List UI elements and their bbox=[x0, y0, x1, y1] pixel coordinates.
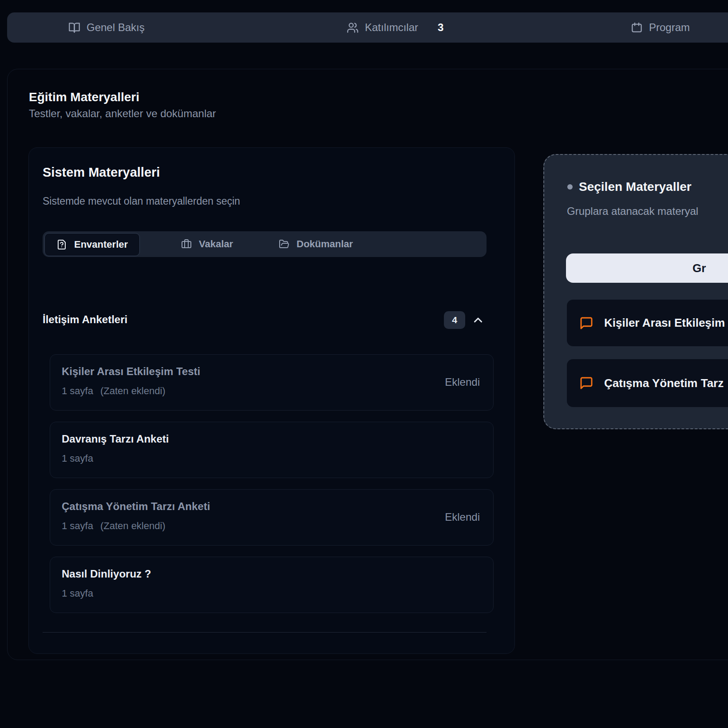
tab-label: Program bbox=[649, 21, 690, 34]
message-square-icon bbox=[579, 316, 593, 330]
material-pages: 1 sayfa bbox=[62, 385, 93, 397]
file-question-icon bbox=[56, 239, 67, 250]
selected-material-card[interactable]: Kişiler Arası Etkileşim bbox=[567, 300, 728, 346]
material-item[interactable]: Çatışma Yönetim Tarzı Anketi 1 sayfa (Za… bbox=[50, 489, 494, 546]
bullet-dot-icon bbox=[567, 184, 573, 190]
tab-label: Katılımcılar bbox=[365, 21, 418, 34]
calendar-icon bbox=[631, 22, 643, 34]
material-type-tabstrip: Envanterler Vakalar Dokümanlar bbox=[43, 231, 487, 257]
material-note: (Zaten eklendi) bbox=[100, 520, 166, 532]
system-materials-subtitle: Sistemde mevcut olan materyallerden seçi… bbox=[43, 195, 240, 207]
material-item[interactable]: Davranış Tarzı Anketi 1 sayfa bbox=[50, 422, 494, 478]
count-value: 4 bbox=[452, 315, 457, 325]
top-nav-bar: Genel Bakış Katılımcılar 3 Program bbox=[7, 12, 728, 43]
selected-materials-subtitle: Gruplara atanacak materyal bbox=[567, 205, 698, 218]
selected-materials-title: Seçilen Materyaller bbox=[579, 180, 692, 194]
material-title: Çatışma Yönetim Tarzı Anketi bbox=[62, 500, 480, 513]
tab-label: Vakalar bbox=[199, 238, 233, 250]
tab-label: Dokümanlar bbox=[297, 238, 353, 250]
tab-dokumanlar[interactable]: Dokümanlar bbox=[267, 233, 364, 255]
tab-envanterler[interactable]: Envanterler bbox=[44, 233, 140, 256]
tab-label: Genel Bakış bbox=[87, 21, 145, 34]
selected-material-title: Çatışma Yönetim Tarz bbox=[604, 376, 724, 390]
tab-genel-bakis[interactable]: Genel Bakış bbox=[68, 12, 145, 43]
tab-katilimcilar[interactable]: Katılımcılar 3 bbox=[347, 12, 443, 43]
chevron-up-icon bbox=[471, 313, 485, 327]
status-badge: Eklendi bbox=[445, 376, 480, 388]
selected-material-card[interactable]: Çatışma Yönetim Tarz bbox=[567, 359, 728, 407]
material-title: Davranış Tarzı Anketi bbox=[62, 433, 480, 445]
section-title: İletişim Anketleri bbox=[43, 313, 127, 326]
material-item[interactable]: Nasıl Dinliyoruz ? 1 sayfa bbox=[50, 557, 494, 613]
selected-material-title: Kişiler Arası Etkileşim bbox=[604, 316, 725, 330]
app-canvas: Genel Bakış Katılımcılar 3 Program Eğiti… bbox=[0, 0, 728, 728]
tab-program[interactable]: Program bbox=[631, 12, 690, 43]
bottom-divider bbox=[43, 632, 487, 633]
material-note: (Zaten eklendi) bbox=[100, 385, 166, 397]
collapse-section-button[interactable] bbox=[471, 313, 485, 327]
material-title: Kişiler Arası Etkileşim Testi bbox=[62, 365, 480, 378]
briefcase-icon bbox=[181, 239, 192, 249]
material-pages: 1 sayfa bbox=[62, 588, 93, 599]
assign-groups-button[interactable]: Gr bbox=[566, 253, 728, 283]
participants-count: 3 bbox=[438, 21, 443, 34]
material-item[interactable]: Kişiler Arası Etkileşim Testi 1 sayfa (Z… bbox=[50, 354, 494, 411]
status-badge: Eklendi bbox=[445, 511, 480, 523]
material-title: Nasıl Dinliyoruz ? bbox=[62, 568, 480, 580]
page-title: Eğitim Materyalleri bbox=[29, 90, 139, 104]
tab-vakalar[interactable]: Vakalar bbox=[170, 233, 245, 255]
assign-groups-button-label: Gr bbox=[692, 261, 706, 275]
tab-label: Envanterler bbox=[74, 239, 128, 250]
message-square-icon bbox=[579, 376, 593, 390]
page-subtitle: Testler, vakalar, anketler ve dokümanlar bbox=[29, 107, 216, 120]
users-icon bbox=[347, 22, 359, 34]
book-open-icon bbox=[68, 22, 80, 34]
section-count-badge: 4 bbox=[444, 311, 465, 329]
system-materials-title: Sistem Materyalleri bbox=[43, 165, 160, 180]
material-pages: 1 sayfa bbox=[62, 520, 93, 532]
folder-open-icon bbox=[279, 239, 289, 249]
material-pages: 1 sayfa bbox=[62, 453, 93, 464]
